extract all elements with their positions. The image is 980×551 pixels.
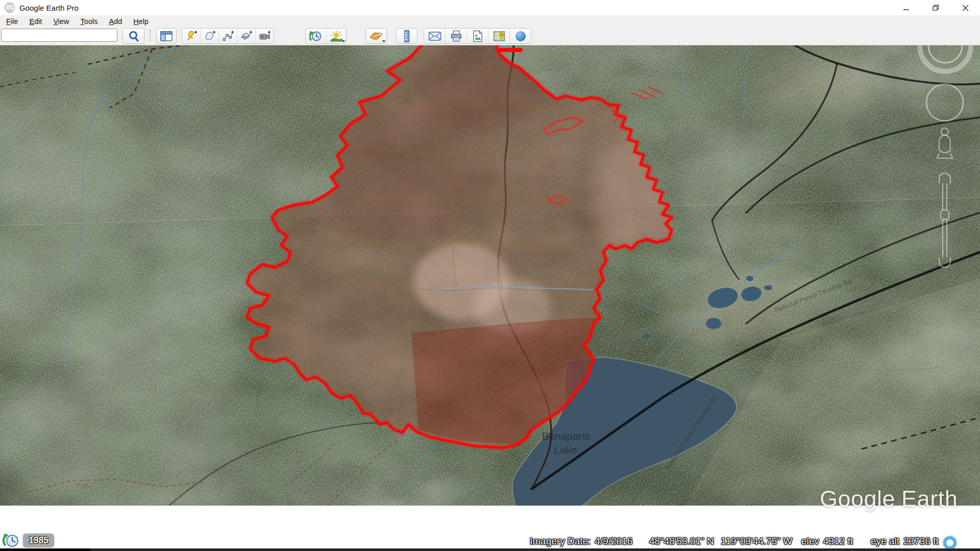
time-indicator: 1985 [2,532,55,549]
email-button[interactable] [424,29,445,43]
blue-sphere-icon [514,30,527,42]
ruler-button[interactable] [397,29,417,43]
overlay-icon [240,30,253,42]
image-page-icon [472,30,483,42]
search-button[interactable] [123,29,144,43]
polygon-icon [204,30,216,42]
save-image-button[interactable] [467,29,488,43]
elevation-value: 4312 ft [823,536,853,546]
print-button[interactable] [445,29,467,43]
map-viewport[interactable]: Bonaparte Lake National Forest Develop R… [0,45,980,551]
camera-icon [259,30,271,42]
lake-label-line1: Bonaparte [542,430,592,442]
lake-label-line2: Lake [554,444,577,456]
magnifier-icon [128,30,140,42]
google-earth-watermark: GoogleEarth [820,486,958,512]
watermark-google: Google [820,486,895,512]
window-title: Google Earth Pro [19,4,79,12]
eye-altitude-value: 23736 ft [903,536,939,546]
add-path-button[interactable] [218,29,237,43]
toolbar [0,27,980,45]
view-in-maps-button[interactable] [488,29,509,43]
bottom-edge-strip [0,548,980,551]
path-nodes-icon [222,30,234,42]
add-placemark-button[interactable] [182,29,200,43]
sunlight-dropdown-arrow [342,40,345,42]
close-button[interactable] [950,0,980,15]
menu-help[interactable]: Help [128,16,154,27]
eye-altitude-readout: eye alt23736 ft [871,536,939,547]
streaming-indicator-icon [943,536,957,549]
historical-clock-icon[interactable] [2,532,20,549]
sidebar-panel-icon [160,31,173,41]
pushpin-icon [185,30,198,42]
imagery-date: Imagery Date:4/9/2016 [530,536,632,547]
globe-button[interactable] [509,29,531,43]
planets-button[interactable] [366,29,386,43]
historical-imagery-button[interactable] [306,29,326,43]
restore-button[interactable] [921,0,950,15]
ruler-icon [402,30,412,43]
add-image-overlay-button[interactable] [237,29,255,43]
saturn-icon [370,30,383,42]
app-globe-icon [4,2,15,13]
minimize-button[interactable] [891,0,921,15]
map-pin-icon [493,31,505,42]
printer-icon [450,30,462,42]
eye-altitude-label: eye alt [871,536,899,546]
search-input[interactable] [1,29,117,42]
watermark-earth: Earth [901,486,958,512]
toolbar-separator [150,30,151,42]
add-polygon-button[interactable] [200,29,218,43]
imagery-date-value: 4/9/2016 [595,536,632,546]
menu-file[interactable]: File [1,16,23,27]
sun-icon [330,30,343,42]
menu-add[interactable]: Add [104,16,127,27]
latitude-readout: 48°48'53.01" N [649,536,714,547]
record-tour-button[interactable] [255,29,274,43]
planets-dropdown-arrow [382,40,385,42]
menubar: File Edit View Tools Add Help [0,15,980,27]
longitude-readout: 119°03'44.75" W [721,536,792,547]
menu-edit[interactable]: Edit [24,16,47,27]
time-badge[interactable]: 1985 [22,533,55,548]
menu-view[interactable]: View [48,16,74,27]
titlebar: Google Earth Pro [0,0,980,15]
clock-history-icon [309,30,323,42]
satellite-map: Bonaparte Lake National Forest Develop R… [0,45,980,506]
menu-tools[interactable]: Tools [76,16,103,27]
sunlight-button[interactable] [326,29,346,43]
envelope-icon [428,31,442,41]
elevation-readout: elev4312 ft [801,536,853,547]
toggle-sidebar-button[interactable] [157,29,176,43]
imagery-date-label: Imagery Date: [530,536,591,546]
elevation-label: elev [801,536,819,546]
google-earth-window: Bonaparte Lake National Forest Develop R… [0,0,980,551]
